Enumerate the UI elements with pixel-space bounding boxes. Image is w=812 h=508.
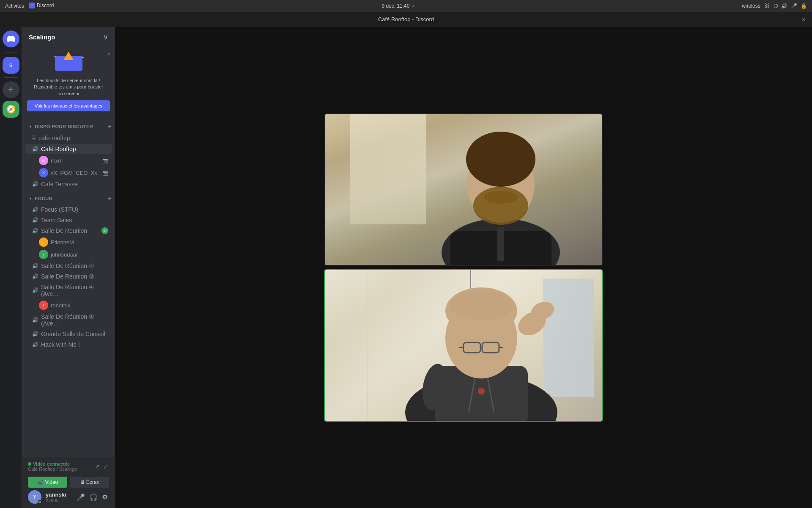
- channel-cafe-rooftop-text[interactable]: # cafe-rooftop: [25, 133, 112, 144]
- mic-action-icon: 🎤: [77, 493, 85, 501]
- sidebar-separator-2: [4, 77, 18, 78]
- channel-salle-reunion-4[interactable]: 🔊 Salle De Réunion ④ (Ave…: [25, 282, 112, 299]
- app-layout: S + 🧭 Scalingo ∨ × ✦ ✦: [0, 27, 812, 508]
- main-content: [115, 27, 812, 508]
- sidebar-item-explore[interactable]: 🧭: [3, 101, 19, 118]
- channel-cafe-terrasse[interactable]: 🔊 Café Terrasse: [25, 179, 112, 189]
- category-dispo-add-button[interactable]: +: [108, 123, 112, 130]
- discord-app-label: Discord: [29, 3, 54, 10]
- svg-point-11: [478, 388, 485, 395]
- channel-salle-reunion-3[interactable]: 🔊 Salle De Réunion ③: [25, 271, 112, 282]
- boost-arrow: [63, 52, 74, 60]
- explore-icon: 🧭: [6, 105, 16, 114]
- channel-hack-with-me[interactable]: 🔊 Hack with Me !: [25, 340, 112, 350]
- os-bar-left: Activités Discord: [5, 3, 54, 10]
- voice-location-text: Café Rooftop / Scalingo: [28, 467, 77, 472]
- window-light: [350, 114, 426, 224]
- close-button[interactable]: ×: [800, 16, 807, 23]
- reunion-badge: ①: [102, 227, 108, 234]
- add-server-button[interactable]: +: [3, 81, 19, 98]
- settings-button[interactable]: ⚙: [101, 492, 109, 502]
- channel-focus-stfu[interactable]: 🔊 Focus (STFU): [25, 204, 112, 215]
- boost-close-button[interactable]: ×: [107, 51, 111, 58]
- headset-button[interactable]: 🎧: [88, 492, 99, 502]
- channel-list: ▼ DISPO POUR DISCUTER + # cafe-rooftop 🔊…: [22, 116, 115, 457]
- volume-icon: 🔊: [781, 3, 787, 9]
- user-item-robotnik[interactable]: r robotnik: [25, 299, 112, 311]
- boost-illustration: ✦ ✦: [27, 52, 110, 75]
- channel-salle-reunion-1[interactable]: 🔊 Salle De Reunion ①: [25, 226, 112, 236]
- user-item-xx[interactable]: X xX_PGM_CEO_Xx 📷: [25, 167, 112, 179]
- sidebar-icons: S + 🧭: [0, 27, 22, 508]
- discord-home-button[interactable]: [3, 30, 19, 47]
- video-grid: [324, 113, 603, 422]
- user-mxm-icons: 📷: [102, 158, 108, 163]
- sidebar-item-scalingo[interactable]: S: [3, 57, 19, 74]
- voice-icon: 🔊: [32, 146, 38, 152]
- datetime: 9 déc. 11:40: [381, 3, 409, 9]
- svg-point-4: [484, 191, 518, 204]
- voice-icon-sr5: 🔊: [32, 317, 38, 323]
- voice-icon-grande: 🔊: [32, 331, 38, 337]
- channel-grande-salle[interactable]: 🔊 Grande Salle du Conseil: [25, 329, 112, 339]
- title-bar: Café Rooftop - Discord ×: [0, 12, 812, 27]
- voice-connected-status: Vidéo connectée Café Rooftop / Scalingo …: [25, 460, 112, 473]
- camera-icon-mxm: 📷: [102, 158, 108, 163]
- expand-icon: ⤢: [103, 463, 108, 470]
- person-top-svg: [433, 113, 568, 265]
- user-item-johnsudaar[interactable]: j johnsudaar: [25, 248, 112, 260]
- voice-icon-sr4: 🔊: [32, 287, 38, 293]
- screen-share-button[interactable]: 🖥 Écran: [70, 477, 109, 488]
- server-name: Scalingo: [29, 33, 55, 41]
- video-tile-top: [324, 113, 603, 266]
- person-bottom-svg: [392, 270, 570, 421]
- mute-button[interactable]: 🎤: [75, 492, 86, 502]
- user-item-mxm[interactable]: m mxm 📷: [25, 155, 112, 166]
- channel-sidebar: Scalingo ∨ × ✦ ✦ Les boosts de serveur s…: [22, 27, 115, 508]
- os-bar: Activités Discord 9 déc. 11:40 ● wireles…: [0, 0, 812, 12]
- boost-star-right: ✦: [81, 55, 85, 60]
- svg-rect-6: [497, 227, 504, 261]
- indicator-dot: ●: [412, 4, 414, 8]
- category-dispo-label: ▼ DISPO POUR DISCUTER: [29, 124, 93, 129]
- svg-point-2: [466, 132, 535, 187]
- server-dropdown-icon: ∨: [103, 33, 108, 41]
- activities-label[interactable]: Activités: [5, 3, 24, 9]
- user-online-indicator: [38, 500, 42, 504]
- add-icon: +: [8, 84, 14, 95]
- video-tile-bottom: [324, 269, 603, 422]
- avatar-robotnik: r: [39, 301, 48, 310]
- avatar-etiennem: E: [39, 237, 48, 247]
- channel-salle-reunion-5[interactable]: 🔊 Salle De Réunion ⑤ (Ave…: [25, 312, 112, 329]
- user-item-etiennem[interactable]: E EtienneM: [25, 236, 112, 248]
- os-bar-center: 9 déc. 11:40 ●: [381, 3, 414, 9]
- os-bar-right: wireless; ⛓ ⬡ 🔊 🎤 🔒: [742, 3, 807, 9]
- channel-cafe-rooftop-voice[interactable]: 🔊 Café Rooftop: [25, 144, 112, 154]
- window-title: Café Rooftop - Discord: [378, 16, 434, 22]
- camera-icon-xx: 📷: [102, 170, 108, 176]
- network-icon: ⛓: [765, 3, 770, 9]
- voice-icon-sales: 🔊: [32, 217, 38, 223]
- boost-text: Les boosts de serveur sont là ! Rassembl…: [27, 77, 110, 97]
- screen-icon: 🖥: [80, 479, 85, 485]
- server-header[interactable]: Scalingo ∨: [22, 27, 115, 47]
- boost-star-left: ✦: [53, 54, 57, 59]
- scalingo-initial: S: [9, 63, 12, 68]
- hash-icon: #: [32, 134, 36, 142]
- lock-icon: 🔒: [801, 3, 807, 9]
- category-dispo[interactable]: ▼ DISPO POUR DISCUTER +: [22, 118, 115, 132]
- channel-salle-reunion-2[interactable]: 🔊 Salle De Réunion ②: [25, 261, 112, 271]
- category-focus-add-button[interactable]: +: [108, 195, 112, 202]
- category-focus[interactable]: ▼ FOCUS +: [22, 190, 115, 204]
- voice-dot: [28, 462, 31, 466]
- channel-team-sales[interactable]: 🔊 Team Sales: [25, 215, 112, 225]
- avatar-mxm: m: [39, 156, 48, 165]
- video-bg-bottom: [325, 270, 602, 421]
- boost-button[interactable]: Voir les niveaux et les avantages: [27, 100, 110, 111]
- voice-expand-button[interactable]: ⤢: [102, 462, 109, 471]
- voice-icon-sr3: 🔊: [32, 273, 38, 279]
- video-button[interactable]: 📹 Vidéo: [28, 477, 67, 488]
- voice-icon-focus: 🔊: [32, 207, 38, 213]
- collapse-arrow-focus: ▼: [29, 197, 32, 201]
- voice-leave-button[interactable]: ↗: [94, 462, 101, 471]
